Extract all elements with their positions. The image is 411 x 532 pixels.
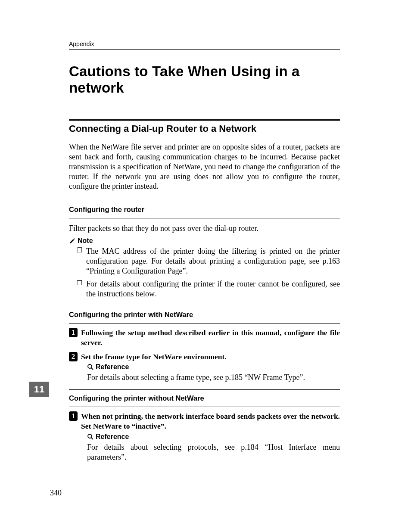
magnifier-icon [87, 364, 94, 370]
step-badge-icon: 1 [69, 411, 78, 421]
page-number: 340 [50, 488, 62, 498]
step-1: 1 When not printing, the network interfa… [69, 411, 340, 431]
step-text: Following the setup method described ear… [81, 328, 340, 348]
reference-body: For details about selecting protocols, s… [87, 442, 340, 462]
reference-label: Reference [87, 433, 340, 441]
rule-heavy [69, 119, 340, 121]
reference-body: For details about selecting a frame type… [87, 373, 340, 383]
step-badge-icon: 2 [69, 352, 78, 361]
svg-point-0 [88, 364, 92, 368]
subhead-router: Configuring the router [69, 205, 340, 214]
step-1: 1 Following the setup method described e… [69, 328, 340, 348]
router-body: Filter packets so that they do not pass … [69, 224, 340, 233]
subhead-with-netware: Configuring the printer with NetWare [69, 311, 340, 319]
rule [69, 306, 340, 306]
step-badge-icon: 1 [69, 328, 78, 337]
subhead-without-netware: Configuring the printer without NetWare [69, 394, 340, 402]
step-text: Set the frame type for NetWare environme… [81, 352, 340, 362]
rule [69, 323, 340, 324]
note-label: Note [69, 237, 340, 245]
reference-label-text: Reference [96, 433, 129, 441]
reference-label: Reference [87, 363, 340, 371]
magnifier-icon [87, 433, 94, 440]
step-text: When not printing, the network interface… [81, 411, 340, 431]
rule [69, 407, 340, 407]
rule [69, 201, 340, 201]
pencil-icon [69, 237, 76, 244]
rule [69, 218, 340, 218]
note-list: The MAC address of the printer doing the… [69, 246, 340, 299]
note-item: For details about configuring the printe… [77, 279, 340, 299]
step-2: 2 Set the frame type for NetWare environ… [69, 352, 340, 362]
rule [69, 389, 340, 390]
section-heading: Connecting a Dial-up Router to a Network [69, 123, 340, 134]
svg-line-1 [91, 368, 93, 370]
chapter-tab: 11 [29, 382, 49, 397]
page: Appendix Cautions to Take When Using in … [0, 0, 411, 532]
reference-label-text: Reference [96, 363, 129, 371]
svg-point-2 [88, 434, 92, 438]
intro-paragraph: When the NetWare file server and printer… [69, 142, 340, 191]
note-item: The MAC address of the printer doing the… [77, 246, 340, 276]
page-title: Cautions to Take When Using in a network [69, 63, 340, 96]
running-head: Appendix [69, 40, 340, 50]
svg-line-3 [91, 438, 93, 439]
note-label-text: Note [78, 237, 93, 245]
